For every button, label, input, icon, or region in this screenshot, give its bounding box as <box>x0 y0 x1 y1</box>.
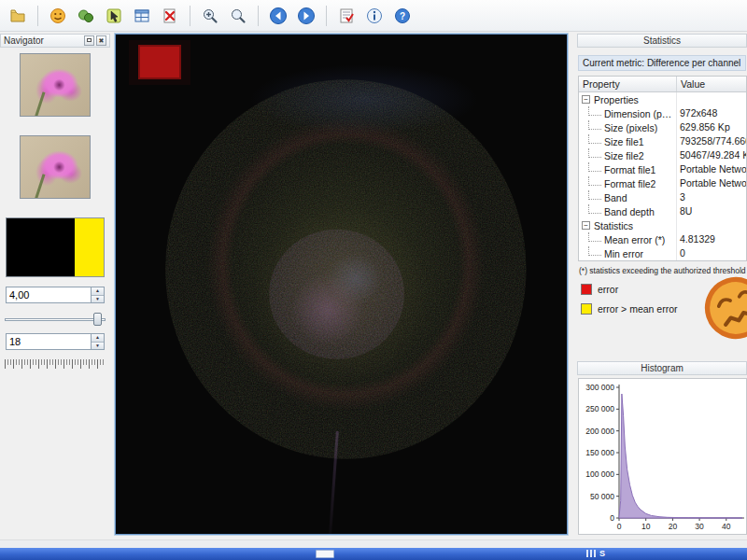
gain-spinbox: ▲ ▼ <box>6 333 105 350</box>
dual-image-button[interactable] <box>74 4 98 28</box>
properties-table: Property Value −PropertiesDimension (pix… <box>578 76 747 261</box>
threshold-mask-preview[interactable] <box>6 217 105 277</box>
table-row[interactable]: Format file1Portable Network Graphics <box>579 162 746 176</box>
gain-spin-down[interactable]: ▼ <box>92 342 104 350</box>
dual-image-icon <box>78 7 94 24</box>
open-image-button[interactable] <box>6 4 30 28</box>
error-mean-legend-label: error > mean error <box>598 303 678 315</box>
table-row[interactable]: Min error0 <box>579 246 746 260</box>
clear-image-button[interactable] <box>158 4 182 28</box>
tree-elbow <box>588 246 601 256</box>
batch-checklist-icon <box>338 7 355 24</box>
error-legend-label: error <box>598 284 618 295</box>
tree-elbow <box>588 232 601 242</box>
image1-thumbnail[interactable] <box>20 53 91 117</box>
table-row[interactable]: Dimension (pixels)972x648 <box>579 106 746 120</box>
collapse-toggle-icon[interactable]: − <box>582 95 590 104</box>
navigator-viewport-rect[interactable] <box>138 45 181 79</box>
close-panel-button[interactable]: ✖ <box>96 35 106 46</box>
zoom-fit-button[interactable] <box>198 4 222 28</box>
help-button[interactable]: ? <box>390 4 415 28</box>
svg-text:10: 10 <box>641 522 650 531</box>
column-header-property[interactable]: Property <box>579 77 677 91</box>
table-view-icon <box>134 7 150 24</box>
table-row[interactable]: −Properties <box>579 92 746 106</box>
error-color-swatch <box>581 284 592 295</box>
smiley-metric-button[interactable] <box>46 4 70 28</box>
tree-elbow <box>588 162 601 172</box>
pointer-mode-button[interactable] <box>102 4 126 28</box>
svg-text:30: 30 <box>695 522 704 531</box>
grip-bar <box>590 550 592 557</box>
svg-text:250 000: 250 000 <box>585 404 614 413</box>
svg-text:50 000: 50 000 <box>590 492 614 501</box>
svg-text:?: ? <box>400 11 405 21</box>
table-row[interactable]: Size file1793258/774.666 KB <box>579 134 746 148</box>
orchid-stem <box>35 175 46 199</box>
statistics-title: Statistics <box>581 35 743 46</box>
table-row[interactable]: Mean error (*)4.81329 <box>579 232 746 246</box>
histogram-chart: 050 000100 000150 000200 000250 000300 0… <box>578 378 747 535</box>
table-row[interactable]: Size file250467/49.284 KB <box>579 148 746 162</box>
status-bar <box>0 539 747 548</box>
threshold-input[interactable] <box>7 287 91 302</box>
diff-noise-layer <box>116 35 567 534</box>
zoom-fit-icon <box>202 7 218 24</box>
zoom-original-icon <box>230 7 247 24</box>
taskbar-grip[interactable]: S <box>586 549 605 558</box>
svg-text:200 000: 200 000 <box>585 427 614 436</box>
gain-input[interactable] <box>7 334 91 349</box>
difference-image-view[interactable] <box>115 34 568 535</box>
gain-spin-up[interactable]: ▲ <box>92 334 104 342</box>
column-header-value[interactable]: Value <box>677 77 746 91</box>
navigator-panel: Navigator ✖ ▲ ▼ ▲ ▼ <box>0 34 110 539</box>
table-row[interactable]: −Statistics <box>579 218 746 232</box>
tree-elbow <box>588 148 601 158</box>
pointer-mode-icon <box>106 7 122 24</box>
smiley-metric-icon <box>49 7 66 24</box>
info-icon <box>366 7 383 24</box>
grimace-smiley-icon <box>697 269 747 347</box>
table-row[interactable]: Band depth8U <box>579 204 746 218</box>
navigator-titlebar: Navigator ✖ <box>0 34 110 48</box>
error-mean-color-swatch <box>581 303 592 315</box>
slider-thumb[interactable] <box>93 313 102 326</box>
info-button[interactable] <box>362 4 387 28</box>
table-row[interactable]: Format file2Portable Network Graphics <box>579 176 746 190</box>
previous-image-button[interactable] <box>266 4 290 28</box>
svg-text:150 000: 150 000 <box>585 448 614 457</box>
svg-text:100 000: 100 000 <box>585 469 614 479</box>
open-image-icon <box>9 7 26 24</box>
svg-text:40: 40 <box>722 522 731 531</box>
threshold-spin-down[interactable]: ▼ <box>92 295 104 303</box>
table-row[interactable]: Band3 <box>579 190 746 204</box>
batch-checklist-button[interactable] <box>334 4 359 28</box>
table-view-button[interactable] <box>130 4 154 28</box>
toolbar-separator <box>258 6 259 26</box>
tree-elbow <box>588 204 601 214</box>
taskbar-item[interactable] <box>316 550 334 558</box>
svg-text:300 000: 300 000 <box>585 383 614 392</box>
next-image-button[interactable] <box>294 4 318 28</box>
tree-elbow <box>588 120 601 130</box>
histogram-title: Histogram <box>581 363 743 373</box>
collapse-toggle-icon[interactable]: − <box>582 221 590 230</box>
orchid-stem <box>35 92 46 117</box>
threshold-spin-up[interactable]: ▲ <box>92 287 104 295</box>
grip-bar <box>594 550 596 557</box>
statistics-titlebar: Statistics <box>577 34 747 48</box>
histogram-section: Histogram 050 000100 000150 000200 00025… <box>577 361 747 535</box>
main-toolbar: ? <box>0 0 747 32</box>
help-icon: ? <box>394 7 411 24</box>
table-row[interactable]: Size (pixels)629.856 Kp <box>579 120 746 134</box>
float-panel-button[interactable] <box>84 35 94 46</box>
next-image-icon <box>297 7 316 25</box>
toolbar-separator <box>37 6 38 26</box>
image2-thumbnail[interactable] <box>20 135 91 199</box>
toolbar-separator <box>326 6 327 26</box>
zoom-original-button[interactable] <box>226 4 250 28</box>
svg-text:0: 0 <box>616 522 621 531</box>
float-icon <box>87 38 92 42</box>
gain-slider[interactable] <box>5 313 106 326</box>
tree-elbow <box>588 190 601 200</box>
